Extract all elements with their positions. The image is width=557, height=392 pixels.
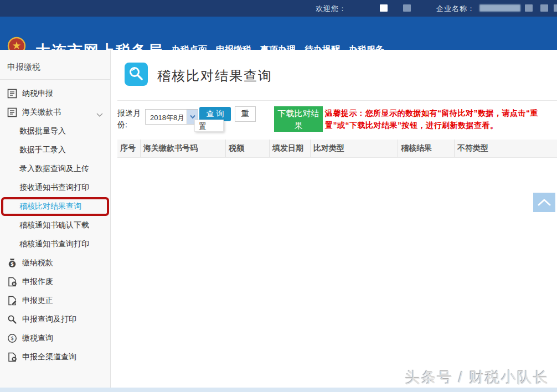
redacted-user-block xyxy=(380,4,388,12)
scroll-to-top-button[interactable] xyxy=(533,193,555,212)
sidebar-item-label: 海关缴款书 xyxy=(22,107,61,117)
redacted-company-block xyxy=(540,4,548,12)
sidebar-item-label: 数据批量导入 xyxy=(19,126,66,136)
sidebar-item-audit-notice-confirm-download[interactable]: 稽核通知书确认下载 xyxy=(0,216,110,235)
column-header-compare-type: 比对类型 xyxy=(310,140,398,157)
main-content: 稽核比对结果查询 报送月份: 2018年8月 查 询 置 重 下载比对结果 温馨… xyxy=(111,50,557,388)
sidebar-item-tax-declaration[interactable]: 纳税申报 xyxy=(0,84,110,103)
redacted-company-block xyxy=(554,4,557,12)
sidebar-section-title: 申报缴税 xyxy=(0,50,110,79)
sidebar-item-label: 缴纳税款 xyxy=(22,258,53,268)
document-list-icon xyxy=(7,89,17,99)
document-edit-icon xyxy=(7,296,17,306)
magnifier-icon xyxy=(7,314,17,324)
report-month-label: 报送月份: xyxy=(117,107,146,131)
redacted-company-block xyxy=(479,4,520,12)
sidebar-item-audit-compare-result-query[interactable]: 稽核比对结果查询 xyxy=(1,197,109,216)
sidebar-item-label: 纳税申报 xyxy=(22,89,53,99)
chevron-up-icon xyxy=(538,199,551,206)
notice-line-1: 温馨提示：您所显示的数据如有“留待比对”数据，请点击“重 xyxy=(325,107,553,119)
reset-button-wrapped-text[interactable]: 置 xyxy=(194,120,224,132)
result-table-header: 序号 海关缴款书号码 税额 填发日期 比对类型 稽核结果 不符类型 xyxy=(117,140,557,158)
sidebar-item-label: 申报查询及打印 xyxy=(22,314,76,324)
welcome-label: 欢迎您： xyxy=(316,4,347,14)
column-header-seq: 序号 xyxy=(117,140,140,157)
month-select-value: 2018年8月 xyxy=(150,113,184,123)
company-name-label: 企业名称： xyxy=(436,4,475,14)
sidebar-item-label: 数据手工录入 xyxy=(19,145,66,155)
column-header-audit-result: 稽核结果 xyxy=(398,140,454,157)
sidebar-item-receive-notice-query-print[interactable]: 接收通知书查询打印 xyxy=(0,178,110,197)
sidebar-item-label: 稽核通知书确认下载 xyxy=(19,220,89,230)
chevron-down-icon xyxy=(96,110,103,119)
sidebar-item-data-manual-entry[interactable]: 数据手工录入 xyxy=(0,141,110,159)
money-bag-icon: $ xyxy=(7,258,17,268)
sidebar-item-label: 稽核通知书查询打印 xyxy=(19,239,89,249)
page-title: 稽核比对结果查询 xyxy=(157,67,272,85)
redacted-company-block xyxy=(525,4,533,12)
sidebar-item-declaration-allchannel-query[interactable]: 申报全渠道查询 xyxy=(0,348,110,367)
sidebar-item-declaration-void[interactable]: 申报作废 xyxy=(0,272,110,291)
dollar-circle-icon: $ xyxy=(7,333,17,343)
sidebar-item-label: 申报全渠道查询 xyxy=(22,352,76,362)
sidebar-item-label: 稽核比对结果查询 xyxy=(19,202,81,212)
sidebar-item-pay-taxes[interactable]: $ 缴纳税款 xyxy=(0,254,110,272)
svg-text:$: $ xyxy=(11,336,14,341)
document-list-icon xyxy=(7,107,17,117)
column-header-mismatch-type: 不符类型 xyxy=(454,140,557,157)
sidebar-menu: 纳税申报 海关缴款书 数据批量导入 数据手工录入 录入数据查询及上传 接收通知书… xyxy=(0,80,110,367)
bottom-scrollbar-track[interactable] xyxy=(0,388,557,392)
document-cancel-icon xyxy=(7,277,17,287)
sidebar-item-declaration-query-print[interactable]: 申报查询及打印 xyxy=(0,310,110,329)
title-divider xyxy=(117,100,557,101)
column-header-customs-number: 海关缴款书号码 xyxy=(140,140,225,157)
sidebar-item-tax-payment-query[interactable]: $ 缴税查询 xyxy=(0,329,110,348)
warm-notice-text: 温馨提示：您所显示的数据如有“留待比对”数据，请点击“重 置”或“下载比对结果”… xyxy=(325,107,553,131)
document-cancel-icon xyxy=(7,352,17,362)
sidebar-item-label: 申报作废 xyxy=(22,277,53,287)
column-header-issue-date: 填发日期 xyxy=(269,140,310,157)
sidebar: 申报缴税 纳税申报 海关缴款书 数据批量导入 数据手工录入 录入数据查询及上传 xyxy=(0,50,111,388)
download-compare-result-button[interactable]: 下载比对结果 xyxy=(274,106,323,132)
svg-text:$: $ xyxy=(11,261,14,267)
app-header: 大连市网上税务局 办税桌面 申报缴税 事项办理 待办提醒 办税服务 xyxy=(0,17,557,50)
column-header-tax-amount: 税额 xyxy=(225,140,269,157)
sidebar-item-declaration-correction[interactable]: 申报更正 xyxy=(0,291,110,310)
sidebar-item-label: 录入数据查询及上传 xyxy=(19,164,89,174)
notice-line-2: 置”或“下载比对结果”按钮，进行刷新数据查看。 xyxy=(325,119,553,131)
reset-button[interactable]: 重 xyxy=(235,106,256,122)
sidebar-item-label: 申报更正 xyxy=(22,296,53,306)
sidebar-item-customs-payment-book[interactable]: 海关缴款书 xyxy=(0,103,110,122)
sidebar-item-audit-notice-query-print[interactable]: 稽核通知书查询打印 xyxy=(0,235,110,254)
page-title-magnifier-icon xyxy=(125,63,148,86)
sidebar-item-label: 缴税查询 xyxy=(22,333,53,343)
month-select[interactable]: 2018年8月 xyxy=(145,109,198,125)
sidebar-item-label: 接收通知书查询打印 xyxy=(19,183,89,193)
sidebar-item-entered-data-query-upload[interactable]: 录入数据查询及上传 xyxy=(0,159,110,178)
watermark-text: 头条号 / 财税小队长 xyxy=(405,368,549,388)
top-status-bar: 欢迎您： 企业名称： xyxy=(0,0,557,17)
sidebar-item-data-batch-import[interactable]: 数据批量导入 xyxy=(0,122,110,141)
redacted-user-block xyxy=(403,4,411,12)
